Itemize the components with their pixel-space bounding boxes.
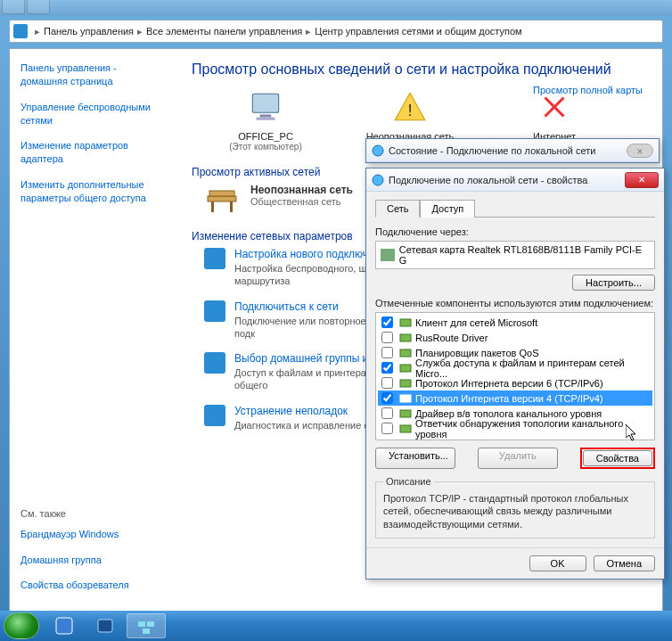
properties-button-highlight: Свойства bbox=[580, 448, 655, 469]
breadcrumb-root[interactable]: Панель управления bbox=[44, 26, 134, 37]
sidebar-firewall-link[interactable]: Брандмауэр Windows bbox=[20, 528, 165, 541]
close-button[interactable]: ✕ bbox=[625, 172, 659, 188]
troubleshoot-icon bbox=[204, 405, 225, 426]
component-label: Протокол Интернета версии 4 (TCP/IPv4) bbox=[415, 393, 603, 404]
svg-rect-21 bbox=[56, 618, 72, 634]
cancel-button[interactable]: Отмена bbox=[594, 555, 655, 571]
sidebar-homegroup-link[interactable]: Домашняя группа bbox=[20, 554, 165, 567]
svg-point-12 bbox=[373, 175, 383, 185]
component-row[interactable]: Клиент для сетей Microsoft bbox=[378, 315, 652, 330]
component-label: Протокол Интернета версии 6 (TCP/IPv6) bbox=[415, 378, 603, 389]
components-list[interactable]: Клиент для сетей MicrosoftRusRoute Drive… bbox=[375, 312, 655, 440]
component-row[interactable]: RusRoute Driver bbox=[378, 330, 652, 345]
breadcrumb[interactable]: ▸ Панель управления ▸ Все элементы панел… bbox=[9, 20, 663, 43]
nic-icon bbox=[381, 249, 395, 261]
tab-access[interactable]: Доступ bbox=[420, 200, 475, 218]
tab-network[interactable]: Сеть bbox=[375, 200, 420, 218]
description-text: Протокол TCP/IP - стандартный протокол г… bbox=[383, 492, 647, 530]
component-checkbox[interactable] bbox=[381, 423, 393, 434]
svg-rect-9 bbox=[211, 201, 214, 212]
protocol-icon bbox=[399, 363, 412, 374]
window-titlebar bbox=[0, 0, 672, 16]
svg-rect-0 bbox=[252, 94, 278, 112]
svg-rect-14 bbox=[400, 334, 411, 341]
component-label: Клиент для сетей Microsoft bbox=[415, 317, 537, 328]
description-header: Описание bbox=[383, 476, 434, 487]
protocol-icon bbox=[399, 317, 412, 328]
svg-rect-15 bbox=[400, 349, 411, 357]
component-checkbox[interactable] bbox=[381, 332, 393, 343]
network-node-pc: OFFICE_PC (Этот компьютер) bbox=[217, 88, 315, 152]
svg-rect-16 bbox=[400, 365, 411, 372]
new-connection-icon bbox=[204, 248, 225, 269]
connect-icon bbox=[204, 300, 225, 322]
svg-rect-19 bbox=[400, 410, 411, 417]
chevron-right-icon: ▸ bbox=[137, 26, 143, 37]
svg-point-11 bbox=[373, 145, 383, 156]
breadcrumb-mid[interactable]: Все элементы панели управления bbox=[146, 26, 302, 37]
component-checkbox[interactable] bbox=[381, 362, 393, 374]
component-row[interactable]: Протокол Интернета версии 4 (TCP/IPv4) bbox=[378, 390, 652, 406]
sidebar-adapter-link[interactable]: Изменение параметров адаптера bbox=[20, 139, 165, 166]
properties-button[interactable]: Свойства bbox=[583, 450, 652, 466]
svg-rect-8 bbox=[209, 191, 234, 196]
dialog-connection-status: Состояние - Подключение по локальной сет… bbox=[365, 138, 660, 163]
sidebar-home-link[interactable]: Панель управления - домашняя страница bbox=[20, 62, 165, 88]
pc-name-label: OFFICE_PC bbox=[217, 131, 315, 142]
protocol-icon bbox=[399, 408, 412, 419]
close-icon[interactable]: ⨉ bbox=[627, 144, 653, 158]
start-button[interactable] bbox=[4, 612, 39, 639]
component-label: Служба доступа к файлам и принтерам сете… bbox=[415, 357, 651, 379]
network-node-internet: Интернет bbox=[505, 88, 603, 142]
svg-rect-2 bbox=[257, 118, 275, 120]
component-checkbox[interactable] bbox=[381, 392, 393, 404]
ok-button[interactable]: OK bbox=[529, 555, 586, 571]
bench-icon bbox=[204, 184, 240, 216]
svg-rect-23 bbox=[138, 621, 145, 627]
svg-rect-17 bbox=[400, 380, 411, 387]
svg-rect-1 bbox=[260, 114, 272, 117]
svg-rect-10 bbox=[230, 201, 233, 212]
component-checkbox[interactable] bbox=[381, 407, 393, 419]
svg-rect-13 bbox=[400, 319, 411, 326]
computer-icon bbox=[247, 88, 284, 126]
sidebar: Панель управления - домашняя страница Уп… bbox=[10, 49, 176, 616]
taskbar-app-1[interactable] bbox=[45, 613, 84, 638]
taskbar-app-2[interactable] bbox=[86, 613, 125, 638]
svg-rect-18 bbox=[400, 395, 411, 402]
dialog-connection-properties: Подключение по локальной сети - свойства… bbox=[365, 168, 665, 579]
dialog-props-title: Подключение по локальной сети - свойства bbox=[389, 175, 625, 185]
page-title: Просмотр основных сведений о сети и наст… bbox=[192, 62, 646, 78]
connect-via-label: Подключение через: bbox=[375, 226, 655, 237]
svg-rect-24 bbox=[147, 621, 154, 627]
network-icon bbox=[372, 144, 384, 157]
component-checkbox[interactable] bbox=[381, 377, 393, 389]
nav-forward-button[interactable] bbox=[27, 0, 50, 14]
tabs: Сеть Доступ bbox=[375, 199, 655, 218]
task-link[interactable]: Устранение неполадок bbox=[234, 405, 374, 417]
sidebar-sharing-link[interactable]: Изменить дополнительные параметры общего… bbox=[20, 178, 165, 205]
full-map-link[interactable]: Просмотр полной карты bbox=[533, 85, 643, 95]
sidebar-internet-link[interactable]: Свойства обозревателя bbox=[20, 579, 165, 592]
protocol-icon bbox=[399, 423, 412, 434]
components-label: Отмеченные компоненты используются этим … bbox=[375, 298, 655, 308]
component-checkbox[interactable] bbox=[381, 347, 393, 358]
dialog-status-title: Состояние - Подключение по локальной сет… bbox=[389, 145, 627, 156]
breadcrumb-leaf[interactable]: Центр управления сетями и общим доступом bbox=[315, 26, 521, 37]
protocol-icon bbox=[399, 333, 412, 343]
nav-back-button[interactable] bbox=[2, 0, 25, 14]
component-label: RusRoute Driver bbox=[415, 333, 488, 343]
network-icon bbox=[372, 174, 384, 186]
taskbar bbox=[0, 611, 672, 641]
sidebar-wireless-link[interactable]: Управление беспроводными сетями bbox=[20, 101, 165, 127]
svg-rect-22 bbox=[98, 620, 112, 632]
install-button[interactable]: Установить... bbox=[375, 448, 455, 469]
component-row[interactable]: Ответчик обнаружения топологии канальног… bbox=[378, 421, 652, 436]
taskbar-app-3[interactable] bbox=[127, 613, 166, 638]
adapter-field: Сетевая карта Realtek RTL8168B/8111B Fam… bbox=[375, 241, 655, 269]
component-row[interactable]: Служба доступа к файлам и принтерам сете… bbox=[378, 360, 652, 375]
description-group: Описание Протокол TCP/IP - стандартный п… bbox=[375, 476, 655, 538]
configure-button[interactable]: Настроить... bbox=[572, 275, 655, 291]
task-desc: Диагностика и исправление се bbox=[234, 419, 374, 431]
component-checkbox[interactable] bbox=[381, 316, 393, 328]
